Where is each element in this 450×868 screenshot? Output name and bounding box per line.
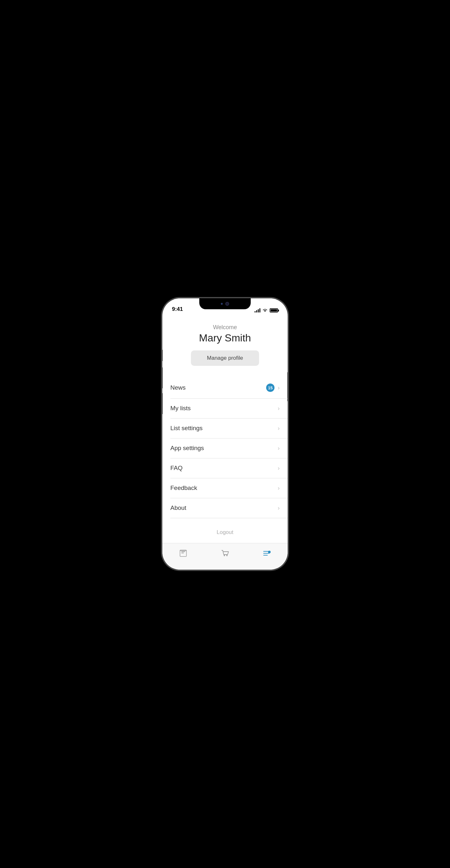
tab-bar — [162, 543, 288, 570]
badge-news: 15 — [266, 383, 275, 392]
menu-item-list-settings[interactable]: List settings› — [162, 418, 288, 438]
menu-item-left-app-settings: App settings — [170, 444, 204, 452]
chevron-my-lists: › — [278, 405, 280, 412]
menu-right-faq: › — [278, 465, 280, 472]
wifi-icon — [262, 308, 268, 312]
menu-label-news: News — [170, 384, 186, 391]
menu-list: News15›My lists›List settings›App settin… — [162, 374, 288, 521]
menu-item-left-faq: FAQ — [170, 465, 183, 472]
tab-profile[interactable] — [246, 549, 288, 558]
menu-label-app-settings: App settings — [170, 444, 204, 452]
menu-label-about: About — [170, 504, 186, 512]
menu-right-news: 15› — [266, 383, 280, 392]
battery-fill — [271, 309, 277, 311]
notch — [199, 298, 251, 309]
mute-button — [162, 350, 163, 361]
svg-point-7 — [268, 551, 271, 553]
book-icon — [179, 549, 188, 558]
user-name: Mary Smith — [169, 332, 281, 344]
menu-label-list-settings: List settings — [170, 425, 202, 432]
manage-profile-button[interactable]: Manage profile — [191, 350, 259, 366]
menu-item-faq[interactable]: FAQ› — [162, 458, 288, 478]
signal-icon — [255, 308, 260, 312]
menu-right-feedback: › — [278, 485, 280, 492]
menu-item-left-about: About — [170, 504, 186, 512]
phone-frame: 9:41 W — [162, 298, 288, 570]
menu-item-about[interactable]: About› — [162, 498, 288, 518]
cart-icon — [221, 549, 229, 558]
signal-bar-3 — [258, 309, 259, 312]
signal-bar-4 — [259, 308, 260, 312]
battery-icon — [270, 308, 278, 312]
menu-item-left-list-settings: List settings — [170, 425, 202, 432]
svg-rect-1 — [181, 553, 184, 553]
menu-label-my-lists: My lists — [170, 405, 191, 412]
notch-camera — [225, 302, 229, 306]
tab-cart[interactable] — [204, 549, 246, 558]
chevron-app-settings: › — [278, 445, 280, 452]
menu-right-about: › — [278, 505, 280, 512]
svg-point-2 — [224, 555, 225, 556]
welcome-label: Welcome — [169, 324, 281, 331]
svg-rect-0 — [181, 551, 185, 552]
chevron-about: › — [278, 505, 280, 512]
chevron-faq: › — [278, 465, 280, 472]
menu-item-feedback[interactable]: Feedback› — [162, 478, 288, 498]
menu-label-feedback: Feedback — [170, 485, 197, 492]
signal-bar-2 — [256, 310, 257, 312]
menu-item-left-my-lists: My lists — [170, 405, 191, 412]
logout-button[interactable]: Logout — [162, 521, 288, 543]
menu-item-my-lists[interactable]: My lists› — [162, 398, 288, 418]
menu-label-faq: FAQ — [170, 465, 183, 472]
menu-item-news[interactable]: News15› — [162, 377, 288, 398]
signal-bar-1 — [255, 311, 256, 312]
menu-right-app-settings: › — [278, 445, 280, 452]
chevron-news: › — [278, 384, 280, 391]
phone-screen: 9:41 W — [162, 298, 288, 570]
menu-right-my-lists: › — [278, 405, 280, 412]
chevron-feedback: › — [278, 485, 280, 492]
svg-point-3 — [226, 555, 228, 556]
menu-item-left-news: News — [170, 384, 186, 391]
tab-book[interactable] — [162, 549, 204, 558]
welcome-section: Welcome Mary Smith Manage profile — [162, 314, 288, 374]
menu-right-list-settings: › — [278, 425, 280, 432]
menu-item-left-feedback: Feedback — [170, 485, 197, 492]
menu-item-app-settings[interactable]: App settings› — [162, 438, 288, 458]
main-content: Welcome Mary Smith Manage profile News15… — [162, 314, 288, 543]
status-bar: 9:41 — [162, 298, 288, 314]
profile-menu-icon — [262, 549, 271, 558]
chevron-list-settings: › — [278, 425, 280, 432]
notch-speaker — [221, 303, 223, 305]
